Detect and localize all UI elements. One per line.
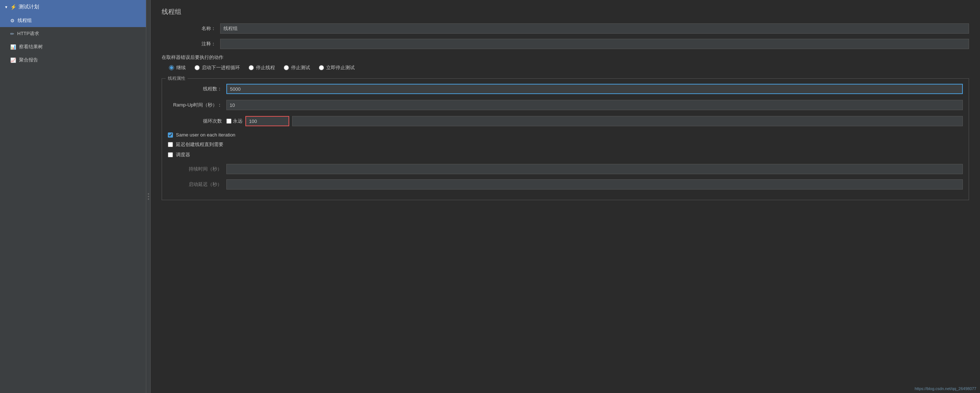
radio-stop-now-input[interactable] [319,65,324,70]
dot1 [148,193,149,195]
radio-stop-test[interactable]: 停止测试 [284,64,310,71]
dot3 [148,198,149,200]
radio-stop-test-input[interactable] [284,65,289,70]
duration-input[interactable] [226,164,963,174]
scheduler-checkbox[interactable] [168,152,173,157]
error-action-section: 在取样器错误后要执行的动作 继续 启动下一进程循环 停止线程 停止测试 立即停止… [162,54,969,71]
loop-count-label: 循环次数 [168,118,226,125]
forever-checkbox[interactable] [226,118,231,124]
footer-link: https://blog.csdn.net/qq_26498077 [915,387,976,391]
ramp-up-label: Ramp-Up时间（秒）： [168,102,226,108]
thread-count-row: 线程数： [168,84,963,94]
scheduler-label: 调度器 [176,152,190,158]
sidebar: ▼ ⚡ 测试计划 ⚙ 线程组 ✏ HTTP请求 📊 察看结果树 📈 聚合报告 [0,0,146,393]
forever-checkbox-wrapper: 永远 [226,118,242,125]
radio-stop-now-label: 立即停止测试 [326,64,355,71]
sidebar-item-view-results[interactable]: 📊 察看结果树 [0,40,146,53]
sidebar-root-label: 测试计划 [19,4,39,10]
forever-label: 永远 [233,118,242,125]
sidebar-item-view-results-label: 察看结果树 [19,43,43,50]
same-user-row: Same user on each iteration [168,132,963,137]
sidebar-item-aggregate-report-label: 聚合报告 [19,57,38,63]
thread-props-title: 线程属性 [165,75,188,81]
aggregate-report-icon: 📈 [10,58,16,63]
startup-delay-row: 启动延迟（秒） [168,179,963,190]
delay-create-checkbox[interactable] [168,142,173,147]
radio-continue-input[interactable] [169,65,174,70]
dot2 [148,196,149,197]
ramp-up-input[interactable] [226,100,963,110]
name-label: 名称： [162,25,220,32]
radio-stop-thread-label: 停止线程 [256,64,275,71]
loop-count-input[interactable] [245,116,289,126]
sidebar-item-aggregate-report[interactable]: 📈 聚合报告 [0,53,146,67]
comment-input[interactable] [220,39,969,49]
page-title: 线程组 [162,7,969,16]
radio-next-loop-input[interactable] [194,65,200,70]
duration-row: 持续时间（秒） [168,164,963,174]
sidebar-item-thread-group[interactable]: ⚙ 线程组 [0,14,146,27]
thread-count-label: 线程数： [168,86,226,92]
comment-row: 注释： [162,39,969,49]
main-panel: 线程组 名称： 注释： 在取样器错误后要执行的动作 继续 启动下一进程循环 停止… [151,0,980,393]
radio-stop-test-label: 停止测试 [291,64,310,71]
sidebar-resize-handle[interactable] [146,0,151,393]
radio-stop-thread-input[interactable] [249,65,254,70]
scheduler-row: 调度器 [168,152,963,158]
name-row: 名称： [162,23,969,34]
startup-delay-input[interactable] [226,179,963,190]
thread-group-icon: ⚙ [10,18,14,23]
collapse-arrow-icon: ▼ [5,5,8,9]
radio-group: 继续 启动下一进程循环 停止线程 停止测试 立即停止测试 [162,64,969,71]
sidebar-root[interactable]: ▼ ⚡ 测试计划 [0,0,146,14]
error-action-label: 在取样器错误后要执行的动作 [162,54,969,61]
radio-continue-label: 继续 [176,64,186,71]
radio-next-loop-label: 启动下一进程循环 [202,64,240,71]
test-plan-icon: ⚡ [10,4,16,10]
ramp-up-row: Ramp-Up时间（秒）： [168,100,963,110]
radio-next-loop[interactable]: 启动下一进程循环 [194,64,240,71]
radio-stop-now[interactable]: 立即停止测试 [319,64,355,71]
same-user-label: Same user on each iteration [176,132,235,137]
radio-continue[interactable]: 继续 [169,64,186,71]
view-results-icon: 📊 [10,44,16,50]
same-user-checkbox[interactable] [168,133,173,137]
thread-props-section: 线程属性 线程数： Ramp-Up时间（秒）： 循环次数 永远 Same use… [162,78,969,200]
delay-create-row: 延迟创建线程直到需要 [168,141,963,148]
sidebar-item-http-request-label: HTTP请求 [17,30,39,37]
duration-label: 持续时间（秒） [168,166,226,173]
thread-count-input[interactable] [226,84,963,94]
delay-create-label: 延迟创建线程直到需要 [176,141,223,148]
sidebar-item-thread-group-label: 线程组 [18,17,32,24]
startup-delay-label: 启动延迟（秒） [168,181,226,188]
radio-stop-thread[interactable]: 停止线程 [249,64,275,71]
sidebar-item-http-request[interactable]: ✏ HTTP请求 [0,27,146,40]
comment-label: 注释： [162,41,220,47]
http-request-icon: ✏ [10,31,14,37]
loop-count-row: 循环次数 永远 [168,116,963,126]
name-input[interactable] [220,23,969,34]
